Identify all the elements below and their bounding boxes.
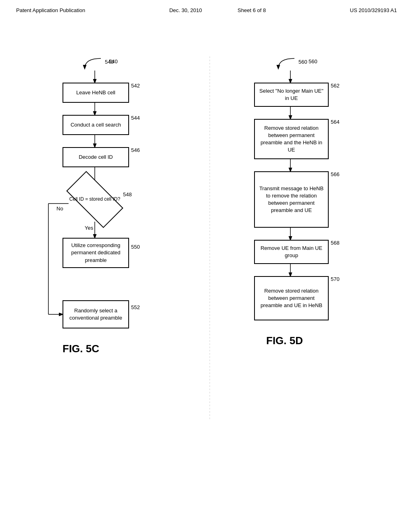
node-566: Transmit message to HeNB to remove the r…	[254, 171, 329, 228]
node-552: Randomly select a conventional preamble	[63, 300, 129, 328]
ref-542: 542	[131, 83, 140, 89]
ref-566: 566	[331, 171, 340, 177]
ref-548: 548	[123, 191, 132, 197]
header-right: US 2010/329193 A1	[350, 7, 397, 13]
diagram-area: 540 540 Leave HeNB cell 542 Conduct a ce…	[0, 56, 413, 500]
header-center-date: Dec. 30, 2010	[169, 7, 202, 13]
ref-546: 546	[131, 147, 140, 153]
node-542: Leave HeNB cell	[63, 83, 129, 103]
ref-562: 562	[331, 83, 340, 89]
node-544: Conduct a cell search	[63, 115, 129, 135]
fig5c-label: FIG. 5C	[63, 343, 99, 355]
ref-560: 560	[309, 58, 317, 64]
node-546: Decode cell ID	[63, 147, 129, 167]
node-568: Remove UE from Main UE group	[254, 240, 329, 264]
header-left: Patent Application Publication	[16, 7, 85, 13]
ref-570: 570	[331, 276, 340, 282]
ref-544: 544	[131, 115, 140, 121]
node-548: Cell ID = stored cell ID?	[69, 185, 121, 214]
yes-label: Yes	[85, 225, 93, 231]
no-label: No	[56, 206, 63, 212]
fig5d-label: FIG. 5D	[266, 335, 303, 347]
ref-568: 568	[331, 240, 340, 246]
node-562: Select "No longer Main UE" in UE	[254, 83, 329, 107]
ref-550: 550	[131, 244, 140, 250]
ref-564: 564	[331, 119, 340, 125]
page-header: Patent Application Publication Dec. 30, …	[0, 0, 413, 13]
svg-text:560: 560	[298, 59, 307, 65]
header-sheet: Sheet 6 of 8	[238, 7, 266, 13]
node-570: Remove stored relation between permanent…	[254, 276, 329, 320]
ref-552: 552	[131, 304, 140, 310]
svg-text:540: 540	[105, 59, 114, 65]
node-564: Remove stored relation between permanent…	[254, 119, 329, 159]
node-550: Utilize corresponding permanent dedicate…	[63, 238, 129, 268]
